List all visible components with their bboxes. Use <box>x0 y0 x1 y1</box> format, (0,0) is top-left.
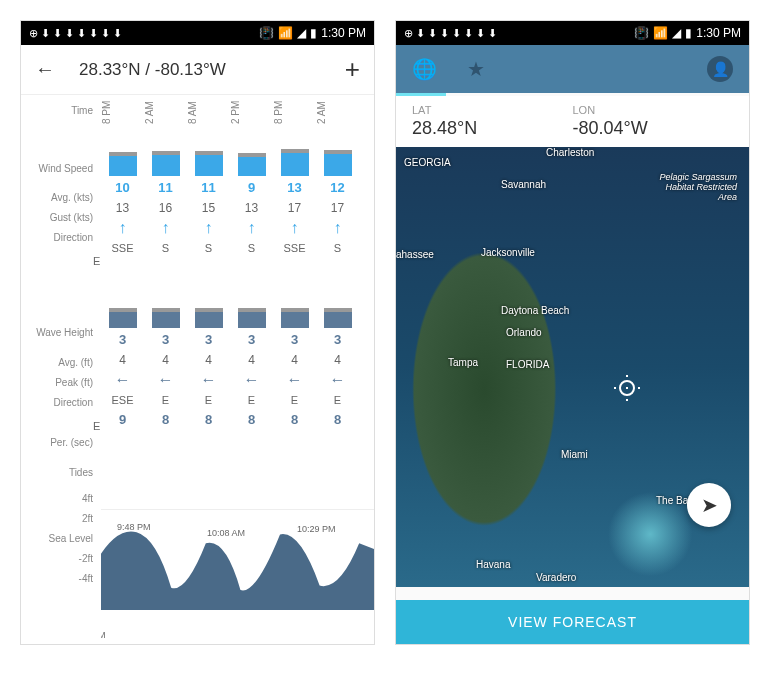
map-label-georgia: GEORGIA <box>404 157 451 168</box>
wave-dir-cell: E <box>316 390 359 410</box>
clock: 1:30 PM <box>696 26 741 40</box>
wind-avg-cell: 11 <box>187 178 230 198</box>
label-wave-height: Wave Height <box>23 327 93 338</box>
forecast-column: 2 AM 11 16 ↑ S 3 4 ← E 8 <box>144 95 187 430</box>
tide-low-time: 4:15 PM <box>233 630 267 640</box>
wave-per-cell: 8 <box>316 410 359 430</box>
view-forecast-button[interactable]: VIEW FORECAST <box>396 600 749 644</box>
wind-arrow-icon: ↑ <box>273 218 316 238</box>
download-icon: ⬇ <box>440 27 449 40</box>
wave-peak-cell: 4 <box>144 350 187 370</box>
coordinates-bar: LAT 28.48°N LON -80.04°W <box>396 96 749 147</box>
tide-low-time: 4:05 AM <box>155 630 188 640</box>
time-cell: 2 AM <box>316 95 327 130</box>
favorites-tab-icon[interactable]: ★ <box>467 57 485 81</box>
wave-avg-cell: 3 <box>316 330 359 350</box>
vibrate-icon: 📳 <box>634 26 649 40</box>
tab-bar: 🌐 ★ 👤 <box>396 45 749 93</box>
wind-arrow-icon: ↑ <box>101 218 144 238</box>
map[interactable]: GEORGIA Charleston Savannah ahassee Jack… <box>396 147 749 587</box>
forecast-column: 8 AM 11 15 ↑ S 3 4 ← E 8 <box>187 95 230 430</box>
wind-bar <box>281 149 309 176</box>
globe-tab-icon[interactable]: 🌐 <box>412 57 437 81</box>
wind-dir-cell: SSE <box>101 238 144 258</box>
wind-avg-cell: 10 <box>101 178 144 198</box>
tide-peak-time: 10:29 PM <box>297 524 336 534</box>
label-direction: Direction <box>23 232 93 243</box>
wave-per-cell: 8 <box>144 410 187 430</box>
location-title: 28.33°N / -80.13°W <box>79 60 226 80</box>
wave-per-cell: 8 <box>273 410 316 430</box>
wind-gust-cell: 17 <box>273 198 316 218</box>
download-icon: ⬇ <box>428 27 437 40</box>
wave-arrow-icon: ← <box>316 370 359 390</box>
lat-label: LAT <box>412 104 573 116</box>
map-label-pelagic: Pelagic Sargassum Habitat Restricted Are… <box>657 172 737 202</box>
label-2ft: 2ft <box>23 513 93 524</box>
lon-value: -80.04°W <box>573 118 734 139</box>
forecast-detail-screen: ⊕ ⬇ ⬇ ⬇ ⬇ ⬇ ⬇ ⬇ 📳 📶 ◢ ▮ 1:30 PM ← 28.33°… <box>20 20 375 645</box>
wave-arrow-icon: ← <box>101 370 144 390</box>
wind-bar <box>324 150 352 176</box>
download-icon: ⬇ <box>65 27 74 40</box>
wave-bar <box>238 308 266 328</box>
map-label-charleston: Charleston <box>546 147 594 158</box>
lat-value: 28.48°N <box>412 118 573 139</box>
signal-icon: ◢ <box>672 26 681 40</box>
download-icon: ⬇ <box>53 27 62 40</box>
label-avg-ft: Avg. (ft) <box>23 357 93 368</box>
wave-dir-cell: ESE <box>101 390 144 410</box>
row-labels-column: Time Wind Speed Avg. (kts) Gust (kts) Di… <box>21 95 101 644</box>
wind-dir-cell: S <box>187 238 230 258</box>
wave-per-cell: 8 <box>230 410 273 430</box>
label-gust-kts: Gust (kts) <box>23 212 93 223</box>
download-icon: ⬇ <box>416 27 425 40</box>
wave-avg-cell: 3 <box>144 330 187 350</box>
wind-dir-cell: S <box>230 238 273 258</box>
wave-dir-cell: E <box>187 390 230 410</box>
battery-icon: ▮ <box>310 26 317 40</box>
user-icon[interactable]: 👤 <box>707 56 733 82</box>
label-4ft: 4ft <box>23 493 93 504</box>
download-icon: ⬇ <box>476 27 485 40</box>
forecast-column: 8 PM 13 17 ↑ SSE 3 4 ← E 8 <box>273 95 316 430</box>
wind-gust-cell: 13 <box>230 198 273 218</box>
tide-peak-time: 9:48 PM <box>117 522 151 532</box>
label-time: Time <box>23 105 93 116</box>
dir-prefix: E <box>93 255 100 267</box>
crosshair-icon <box>615 376 639 400</box>
clock: 1:30 PM <box>321 26 366 40</box>
back-arrow-icon[interactable]: ← <box>35 58 55 81</box>
wave-peak-cell: 4 <box>273 350 316 370</box>
time-cell: 8 AM <box>187 95 198 130</box>
wifi-icon: 📶 <box>278 26 293 40</box>
download-icon: ⬇ <box>113 27 122 40</box>
label-sea-level: Sea Level <box>23 533 93 544</box>
status-bar: ⊕ ⬇ ⬇ ⬇ ⬇ ⬇ ⬇ ⬇ 📳 📶 ◢ ▮ 1:30 PM <box>396 21 749 45</box>
label-avg-kts: Avg. (kts) <box>23 192 93 203</box>
wind-arrow-icon: ↑ <box>316 218 359 238</box>
download-icon: ⊕ <box>404 27 413 40</box>
locate-button[interactable]: ➤ <box>687 483 731 527</box>
dir-prefix: E <box>93 420 100 432</box>
wave-bar <box>195 308 223 328</box>
time-cell: 8 PM <box>273 95 284 130</box>
wave-dir-cell: E <box>144 390 187 410</box>
time-cell: 2 AM <box>144 95 155 130</box>
wave-avg-cell: 3 <box>187 330 230 350</box>
wave-per-cell: 9 <box>101 410 144 430</box>
map-label-daytona: Daytona Beach <box>501 305 569 316</box>
wind-gust-cell: 15 <box>187 198 230 218</box>
vibrate-icon: 📳 <box>259 26 274 40</box>
wind-avg-cell: 12 <box>316 178 359 198</box>
wave-avg-cell: 3 <box>273 330 316 350</box>
wind-avg-cell: 11 <box>144 178 187 198</box>
download-icon: ⬇ <box>464 27 473 40</box>
battery-icon: ▮ <box>685 26 692 40</box>
signal-icon: ◢ <box>297 26 306 40</box>
add-button[interactable]: + <box>345 54 360 85</box>
wave-bar <box>324 308 352 328</box>
wind-bar <box>109 152 137 176</box>
map-label-orlando: Orlando <box>506 327 542 338</box>
label-direction-wave: Direction <box>23 397 93 408</box>
